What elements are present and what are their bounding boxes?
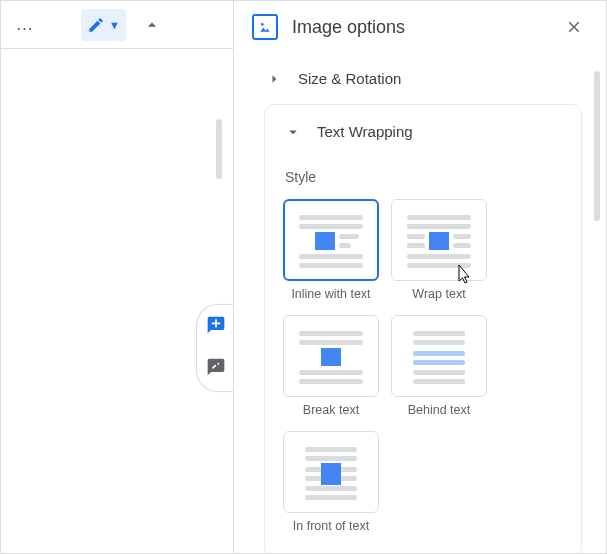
svg-rect-3 xyxy=(315,232,335,250)
svg-rect-5 xyxy=(339,243,351,248)
chevron-right-icon xyxy=(264,70,284,88)
svg-rect-29 xyxy=(305,456,357,461)
caret-down-icon: ▼ xyxy=(109,19,120,31)
pencil-icon xyxy=(87,16,105,34)
panel-scrollbar[interactable] xyxy=(594,71,600,221)
cursor-icon xyxy=(453,263,475,285)
svg-point-0 xyxy=(261,23,264,26)
section-head-text-wrapping[interactable]: Text Wrapping xyxy=(283,123,563,157)
svg-rect-1 xyxy=(299,215,363,220)
svg-rect-21 xyxy=(299,379,363,384)
style-label: Style xyxy=(285,169,563,185)
svg-rect-6 xyxy=(299,254,363,259)
svg-rect-33 xyxy=(305,486,357,491)
section-title-text-wrapping: Text Wrapping xyxy=(317,123,413,140)
collapse-up-button[interactable] xyxy=(134,7,170,43)
image-options-panel: Image options Size & Rotation Text Wrapp… xyxy=(233,1,606,553)
close-button[interactable] xyxy=(558,11,590,43)
section-size-rotation[interactable]: Size & Rotation xyxy=(264,54,582,104)
section-text-wrapping: Text Wrapping Style xyxy=(264,104,582,553)
add-comment-icon[interactable] xyxy=(206,315,226,339)
svg-rect-19 xyxy=(321,348,341,366)
svg-rect-7 xyxy=(299,263,363,268)
side-rail xyxy=(196,304,234,392)
wrap-option-break[interactable] xyxy=(283,315,379,397)
wrap-option-inline[interactable] xyxy=(283,199,379,281)
wrap-option-break-label: Break text xyxy=(303,403,359,417)
svg-rect-25 xyxy=(413,360,465,365)
svg-rect-34 xyxy=(305,495,357,500)
wrap-option-wrap-label: Wrap text xyxy=(412,287,465,301)
svg-rect-11 xyxy=(407,234,425,239)
wrap-option-behind-label: Behind text xyxy=(408,403,471,417)
svg-rect-13 xyxy=(407,243,425,248)
svg-rect-4 xyxy=(339,234,359,239)
svg-rect-20 xyxy=(299,370,363,375)
svg-rect-9 xyxy=(407,224,471,229)
svg-rect-10 xyxy=(429,232,449,250)
wrap-option-behind[interactable] xyxy=(391,315,487,397)
section-title-size-rotation: Size & Rotation xyxy=(298,70,401,87)
overflow-menu-icon[interactable]: … xyxy=(9,14,41,35)
svg-rect-18 xyxy=(299,340,363,345)
suggest-edits-icon[interactable] xyxy=(206,357,226,381)
editing-mode-button[interactable]: ▼ xyxy=(81,9,126,41)
svg-rect-8 xyxy=(407,215,471,220)
svg-rect-27 xyxy=(413,379,465,384)
svg-rect-12 xyxy=(453,234,471,239)
svg-rect-15 xyxy=(407,254,471,259)
panel-title: Image options xyxy=(292,17,405,38)
wrap-option-front[interactable] xyxy=(283,431,379,513)
wrap-option-front-label: In front of text xyxy=(293,519,369,533)
document-scrollbar[interactable] xyxy=(216,119,222,179)
svg-rect-2 xyxy=(299,224,363,229)
wrap-option-inline-label: Inline with text xyxy=(291,287,370,301)
svg-rect-24 xyxy=(413,351,465,356)
image-icon xyxy=(252,14,278,40)
svg-rect-28 xyxy=(305,447,357,452)
svg-rect-14 xyxy=(453,243,471,248)
svg-rect-17 xyxy=(299,331,363,336)
chevron-down-icon xyxy=(283,123,303,141)
svg-rect-23 xyxy=(413,340,465,345)
svg-rect-22 xyxy=(413,331,465,336)
svg-rect-32 xyxy=(321,463,341,485)
svg-rect-26 xyxy=(413,370,465,375)
